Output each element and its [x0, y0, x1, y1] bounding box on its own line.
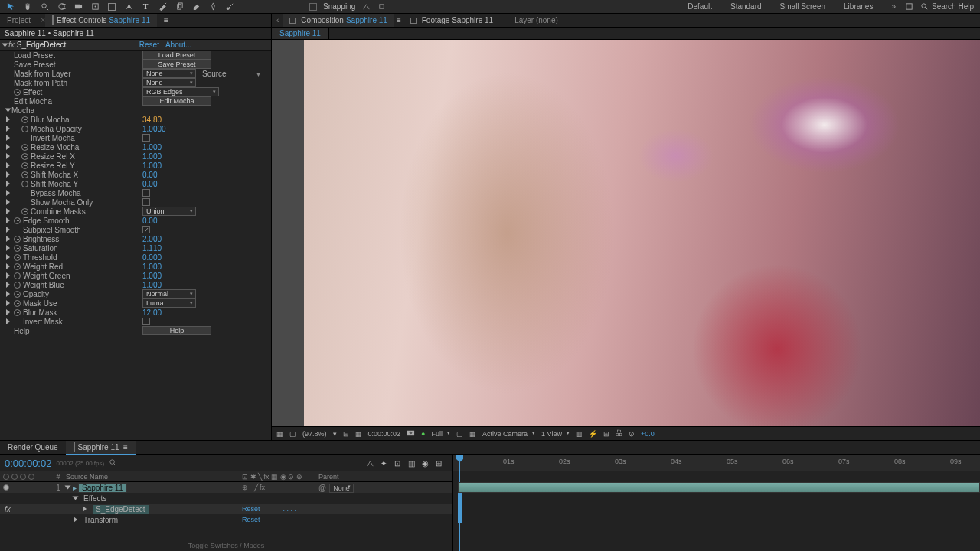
param-disclosure-icon[interactable] — [6, 199, 10, 205]
comp-mini-flowchart-icon[interactable] — [365, 458, 374, 468]
layer-bar[interactable] — [458, 482, 980, 493]
exposure-readout[interactable]: +0.0 — [641, 430, 655, 438]
composition-tab[interactable]: Composition Sapphire 11 — [283, 14, 394, 27]
zoom-tool-icon[interactable] — [40, 2, 49, 11]
workspace-overflow-icon[interactable]: » — [882, 0, 905, 13]
layer-effect-reset[interactable]: Reset — [242, 505, 260, 513]
orbit-tool-icon[interactable] — [57, 2, 66, 11]
workspace-standard[interactable]: Standard — [721, 0, 771, 13]
layer-switches[interactable]: ⊕ ╱ fx — [242, 484, 318, 491]
help-button[interactable]: Help — [142, 326, 211, 335]
timeline-link-icon[interactable]: ⊞ — [603, 430, 609, 438]
param-value[interactable]: 12.00 — [142, 308, 162, 317]
param-checkbox[interactable] — [142, 189, 150, 197]
layer-effect-name[interactable]: S_EdgeDetect — [93, 505, 149, 514]
workspace-default[interactable]: Default — [678, 0, 721, 13]
layer-visibility-icon[interactable] — [3, 484, 9, 491]
zoom-dropdown-icon[interactable]: ▾ — [333, 430, 337, 438]
view-dropdown[interactable]: 1 View — [541, 430, 570, 438]
render-queue-tab[interactable]: Render Queue — [0, 441, 66, 454]
param-disclosure-icon[interactable] — [6, 291, 10, 297]
param-disclosure-icon[interactable] — [6, 272, 10, 279]
roto-tool-icon[interactable] — [208, 2, 217, 11]
param-disclosure-icon[interactable] — [6, 162, 10, 168]
mask-vis-icon[interactable]: ▢ — [289, 430, 296, 438]
effect-type-dropdown[interactable]: RGB Edges — [142, 87, 219, 96]
param-dropdown[interactable]: Luma — [142, 298, 196, 308]
param-value[interactable]: 0.00 — [142, 180, 157, 188]
stopwatch-icon[interactable] — [21, 153, 28, 160]
effect-reset-link[interactable]: Reset — [139, 41, 159, 49]
transform-disclosure-icon[interactable] — [74, 517, 77, 523]
param-disclosure-icon[interactable] — [6, 309, 10, 315]
graph-editor-icon[interactable]: ⊞ — [434, 458, 443, 468]
frame-blend-icon[interactable]: ▥ — [407, 458, 416, 468]
snapping-checkbox[interactable] — [309, 3, 317, 11]
param-value[interactable]: 1.000 — [142, 272, 162, 280]
timeline-search-icon[interactable] — [109, 458, 117, 468]
layer-name[interactable]: Sapphire 11 — [78, 483, 127, 493]
solo-col-icon[interactable] — [20, 474, 26, 480]
param-checkbox[interactable] — [142, 318, 150, 325]
param-disclosure-icon[interactable] — [6, 217, 10, 223]
stopwatch-icon[interactable] — [21, 116, 28, 123]
param-disclosure-icon[interactable] — [6, 135, 10, 141]
puppet-tool-icon[interactable] — [225, 2, 234, 11]
eraser-tool-icon[interactable] — [191, 2, 201, 11]
snap-opt2-icon[interactable] — [377, 2, 386, 11]
edit-mocha-button[interactable]: Edit Mocha — [142, 96, 211, 106]
stopwatch-icon[interactable] — [14, 309, 21, 316]
camera-tool-icon[interactable] — [74, 2, 83, 11]
parent-pickwhip-icon[interactable]: @ — [318, 484, 326, 492]
sync-settings-icon[interactable] — [905, 2, 914, 11]
param-disclosure-icon[interactable] — [6, 227, 10, 233]
workspace-libraries[interactable]: Libraries — [835, 0, 882, 13]
param-value[interactable]: 1.0000 — [142, 125, 166, 133]
camera-dropdown[interactable]: Active Camera — [482, 430, 535, 438]
flowchart-icon[interactable]: 品 — [616, 429, 622, 439]
snap-opt1-icon[interactable] — [361, 2, 371, 11]
current-timecode[interactable]: 0:00:00:02 — [5, 458, 51, 469]
stopwatch-icon[interactable] — [21, 144, 28, 151]
comp-nav-back-icon[interactable]: ‹ — [272, 16, 283, 24]
stopwatch-icon[interactable] — [14, 254, 21, 261]
param-value[interactable]: 1.000 — [142, 152, 162, 161]
footage-tab[interactable]: Footage Sapphire 11 — [404, 14, 499, 27]
param-value[interactable]: 34.80 — [142, 116, 162, 124]
param-disclosure-icon[interactable] — [6, 181, 10, 187]
res-halve-icon[interactable]: ⊟ — [343, 430, 349, 438]
stopwatch-icon[interactable] — [14, 300, 21, 307]
param-value[interactable]: 1.000 — [142, 161, 162, 170]
effect-about-link[interactable]: About... — [165, 41, 191, 49]
param-disclosure-icon[interactable] — [6, 245, 10, 251]
param-disclosure-icon[interactable] — [6, 190, 10, 196]
stopwatch-icon[interactable] — [14, 217, 21, 224]
parent-dropdown[interactable]: None — [329, 484, 354, 493]
stopwatch-icon[interactable] — [14, 245, 21, 252]
param-value[interactable]: 1.110 — [142, 244, 162, 253]
comp-sub-tab[interactable]: Sapphire 11 — [272, 28, 329, 39]
timeline-area[interactable]: 01s02s03s04s05s06s07s08s09s — [453, 455, 980, 551]
audio-col-icon[interactable] — [11, 474, 18, 480]
comp-panel-menu-icon[interactable]: ≡ — [394, 16, 404, 24]
timeline-comp-tab[interactable]: Sapphire 11 ≡ — [66, 441, 136, 455]
resolution-dropdown[interactable]: Full — [432, 430, 451, 438]
hide-shy-icon[interactable]: ⊡ — [393, 458, 402, 468]
param-value[interactable]: 2.000 — [142, 235, 162, 243]
param-disclosure-icon[interactable] — [6, 300, 10, 306]
param-checkbox[interactable] — [142, 134, 150, 142]
param-disclosure-icon[interactable] — [6, 282, 10, 288]
param-disclosure-icon[interactable] — [6, 208, 10, 214]
param-value[interactable]: 1.000 — [142, 281, 162, 289]
text-tool-icon[interactable]: T — [141, 2, 150, 11]
alpha-icon[interactable]: ▦ — [276, 430, 283, 438]
layer-effect-disclosure-icon[interactable] — [83, 506, 87, 512]
pixel-aspect-icon[interactable]: ▥ — [576, 430, 583, 438]
param-dropdown[interactable]: Normal — [142, 289, 196, 298]
fx-toggle-icon[interactable]: fx — [8, 41, 15, 49]
workspace-small[interactable]: Small Screen — [771, 0, 835, 13]
layer-effect-options[interactable]: . . . . — [283, 505, 297, 513]
video-col-icon[interactable] — [3, 474, 9, 480]
panel-menu-icon[interactable]: ≡ — [157, 14, 175, 27]
draft3d-icon[interactable]: ✦ — [379, 458, 388, 468]
